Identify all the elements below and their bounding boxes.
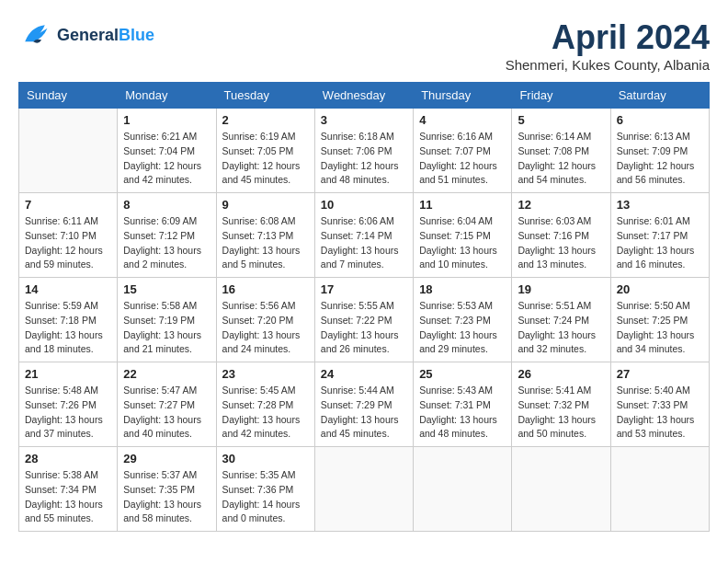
day-number: 22 xyxy=(123,367,210,381)
calendar-cell: 18Sunrise: 5:53 AM Sunset: 7:23 PM Dayli… xyxy=(414,278,512,362)
calendar-cell: 22Sunrise: 5:47 AM Sunset: 7:27 PM Dayli… xyxy=(118,362,216,447)
day-number: 20 xyxy=(617,282,703,296)
calendar-cell xyxy=(414,447,512,532)
day-info: Sunrise: 5:50 AM Sunset: 7:25 PM Dayligh… xyxy=(617,299,703,357)
calendar-cell: 25Sunrise: 5:43 AM Sunset: 7:31 PM Dayli… xyxy=(414,362,512,447)
week-row-2: 14Sunrise: 5:59 AM Sunset: 7:18 PM Dayli… xyxy=(19,278,710,362)
calendar-cell: 4Sunrise: 6:16 AM Sunset: 7:07 PM Daylig… xyxy=(414,109,512,193)
day-info: Sunrise: 5:47 AM Sunset: 7:27 PM Dayligh… xyxy=(123,384,210,442)
weekday-header-wednesday: Wednesday xyxy=(314,83,413,109)
calendar-cell: 12Sunrise: 6:03 AM Sunset: 7:16 PM Dayli… xyxy=(512,193,610,278)
calendar-cell: 29Sunrise: 5:37 AM Sunset: 7:35 PM Dayli… xyxy=(118,447,216,532)
day-info: Sunrise: 5:59 AM Sunset: 7:18 PM Dayligh… xyxy=(25,299,111,357)
calendar-cell: 2Sunrise: 6:19 AM Sunset: 7:05 PM Daylig… xyxy=(216,109,314,193)
calendar-cell: 23Sunrise: 5:45 AM Sunset: 7:28 PM Dayli… xyxy=(216,362,314,447)
day-number: 25 xyxy=(419,367,506,381)
calendar-cell xyxy=(314,447,413,532)
logo-text: GeneralBlue xyxy=(57,26,154,45)
week-row-4: 28Sunrise: 5:38 AM Sunset: 7:34 PM Dayli… xyxy=(19,447,710,532)
day-info: Sunrise: 5:41 AM Sunset: 7:32 PM Dayligh… xyxy=(518,384,604,442)
day-number: 18 xyxy=(419,282,506,296)
day-number: 21 xyxy=(25,367,111,381)
calendar-cell: 1Sunrise: 6:21 AM Sunset: 7:04 PM Daylig… xyxy=(118,109,216,193)
day-info: Sunrise: 6:01 AM Sunset: 7:17 PM Dayligh… xyxy=(617,214,703,272)
calendar-cell: 28Sunrise: 5:38 AM Sunset: 7:34 PM Dayli… xyxy=(19,447,118,532)
day-info: Sunrise: 5:55 AM Sunset: 7:22 PM Dayligh… xyxy=(321,299,407,357)
day-info: Sunrise: 6:19 AM Sunset: 7:05 PM Dayligh… xyxy=(222,130,309,188)
calendar-cell: 5Sunrise: 6:14 AM Sunset: 7:08 PM Daylig… xyxy=(512,109,610,193)
weekday-header-sunday: Sunday xyxy=(19,83,118,109)
day-number: 14 xyxy=(25,282,111,296)
calendar-cell: 8Sunrise: 6:09 AM Sunset: 7:12 PM Daylig… xyxy=(118,193,216,278)
day-number: 27 xyxy=(617,367,703,381)
day-number: 16 xyxy=(222,282,309,296)
calendar-cell: 27Sunrise: 5:40 AM Sunset: 7:33 PM Dayli… xyxy=(610,362,709,447)
day-info: Sunrise: 5:58 AM Sunset: 7:19 PM Dayligh… xyxy=(123,299,210,357)
day-number: 30 xyxy=(222,452,309,465)
week-row-3: 21Sunrise: 5:48 AM Sunset: 7:26 PM Dayli… xyxy=(19,362,710,447)
day-number: 7 xyxy=(25,198,111,212)
day-number: 17 xyxy=(321,282,407,296)
day-info: Sunrise: 5:40 AM Sunset: 7:33 PM Dayligh… xyxy=(617,384,703,442)
weekday-header-row: SundayMondayTuesdayWednesdayThursdayFrid… xyxy=(19,83,710,109)
calendar-cell: 3Sunrise: 6:18 AM Sunset: 7:06 PM Daylig… xyxy=(314,109,413,193)
day-info: Sunrise: 5:35 AM Sunset: 7:36 PM Dayligh… xyxy=(222,468,309,526)
day-number: 6 xyxy=(617,113,703,127)
day-number: 5 xyxy=(518,113,604,127)
calendar-cell xyxy=(610,447,709,532)
day-number: 24 xyxy=(321,367,407,381)
calendar-cell: 13Sunrise: 6:01 AM Sunset: 7:17 PM Dayli… xyxy=(610,193,709,278)
day-info: Sunrise: 5:53 AM Sunset: 7:23 PM Dayligh… xyxy=(419,299,506,357)
calendar-cell: 21Sunrise: 5:48 AM Sunset: 7:26 PM Dayli… xyxy=(19,362,118,447)
day-number: 12 xyxy=(518,198,604,212)
day-info: Sunrise: 6:18 AM Sunset: 7:06 PM Dayligh… xyxy=(321,130,407,188)
calendar-cell: 26Sunrise: 5:41 AM Sunset: 7:32 PM Dayli… xyxy=(512,362,610,447)
day-number: 28 xyxy=(25,452,111,465)
weekday-header-thursday: Thursday xyxy=(414,83,512,109)
day-info: Sunrise: 5:43 AM Sunset: 7:31 PM Dayligh… xyxy=(419,384,506,442)
weekday-header-friday: Friday xyxy=(512,83,610,109)
day-number: 23 xyxy=(222,367,309,381)
calendar-cell: 10Sunrise: 6:06 AM Sunset: 7:14 PM Dayli… xyxy=(314,193,413,278)
calendar-cell xyxy=(19,109,118,193)
day-info: Sunrise: 6:16 AM Sunset: 7:07 PM Dayligh… xyxy=(419,130,506,188)
day-number: 15 xyxy=(123,282,210,296)
day-info: Sunrise: 6:13 AM Sunset: 7:09 PM Dayligh… xyxy=(617,130,703,188)
calendar-cell: 20Sunrise: 5:50 AM Sunset: 7:25 PM Dayli… xyxy=(610,278,709,362)
calendar-cell: 7Sunrise: 6:11 AM Sunset: 7:10 PM Daylig… xyxy=(19,193,118,278)
day-info: Sunrise: 6:21 AM Sunset: 7:04 PM Dayligh… xyxy=(123,130,210,188)
calendar-cell: 6Sunrise: 6:13 AM Sunset: 7:09 PM Daylig… xyxy=(610,109,709,193)
calendar-cell: 24Sunrise: 5:44 AM Sunset: 7:29 PM Dayli… xyxy=(314,362,413,447)
logo-icon xyxy=(18,18,51,52)
calendar-cell: 11Sunrise: 6:04 AM Sunset: 7:15 PM Dayli… xyxy=(414,193,512,278)
day-number: 10 xyxy=(321,198,407,212)
weekday-header-monday: Monday xyxy=(118,83,216,109)
day-info: Sunrise: 6:03 AM Sunset: 7:16 PM Dayligh… xyxy=(518,214,604,272)
day-info: Sunrise: 6:14 AM Sunset: 7:08 PM Dayligh… xyxy=(518,130,604,188)
day-number: 26 xyxy=(518,367,604,381)
day-number: 4 xyxy=(419,113,506,127)
month-title: April 2024 xyxy=(506,18,710,57)
day-info: Sunrise: 6:06 AM Sunset: 7:14 PM Dayligh… xyxy=(321,214,407,272)
day-info: Sunrise: 5:44 AM Sunset: 7:29 PM Dayligh… xyxy=(321,384,407,442)
day-number: 3 xyxy=(321,113,407,127)
calendar-cell: 15Sunrise: 5:58 AM Sunset: 7:19 PM Dayli… xyxy=(118,278,216,362)
calendar-cell: 17Sunrise: 5:55 AM Sunset: 7:22 PM Dayli… xyxy=(314,278,413,362)
day-number: 1 xyxy=(123,113,210,127)
calendar-cell: 30Sunrise: 5:35 AM Sunset: 7:36 PM Dayli… xyxy=(216,447,314,532)
day-info: Sunrise: 5:45 AM Sunset: 7:28 PM Dayligh… xyxy=(222,384,309,442)
logo: GeneralBlue xyxy=(18,18,154,52)
page-header: GeneralBlue April 2024 Shenmeri, Kukes C… xyxy=(18,18,710,73)
day-info: Sunrise: 5:37 AM Sunset: 7:35 PM Dayligh… xyxy=(123,468,210,526)
day-info: Sunrise: 6:11 AM Sunset: 7:10 PM Dayligh… xyxy=(25,214,111,272)
calendar-cell xyxy=(512,447,610,532)
calendar-cell: 14Sunrise: 5:59 AM Sunset: 7:18 PM Dayli… xyxy=(19,278,118,362)
day-info: Sunrise: 6:08 AM Sunset: 7:13 PM Dayligh… xyxy=(222,214,309,272)
week-row-1: 7Sunrise: 6:11 AM Sunset: 7:10 PM Daylig… xyxy=(19,193,710,278)
calendar-cell: 16Sunrise: 5:56 AM Sunset: 7:20 PM Dayli… xyxy=(216,278,314,362)
day-info: Sunrise: 5:38 AM Sunset: 7:34 PM Dayligh… xyxy=(25,468,111,526)
day-number: 2 xyxy=(222,113,309,127)
calendar-cell: 19Sunrise: 5:51 AM Sunset: 7:24 PM Dayli… xyxy=(512,278,610,362)
day-number: 29 xyxy=(123,452,210,465)
title-block: April 2024 Shenmeri, Kukes County, Alban… xyxy=(506,18,710,73)
